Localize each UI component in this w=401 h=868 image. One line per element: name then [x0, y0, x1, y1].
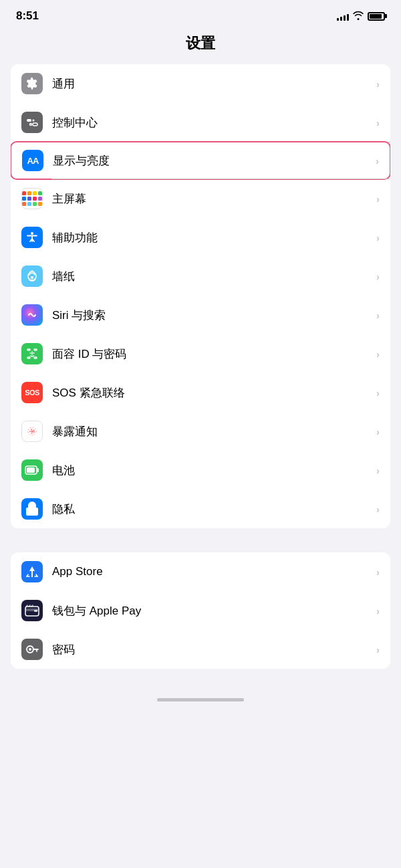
sos-label: SOS 紧急联络: [52, 385, 376, 401]
svg-point-2: [33, 120, 35, 122]
chevron-icon: ›: [376, 271, 380, 282]
chevron-icon: ›: [376, 78, 380, 90]
signal-bar-3: [344, 15, 346, 21]
display-label: 显示与亮度: [53, 153, 376, 169]
chevron-icon: ›: [376, 310, 380, 321]
appstore-label: App Store: [52, 565, 376, 578]
appstore-icon: [21, 561, 43, 582]
passwords-label: 密码: [52, 642, 376, 657]
section-system: 通用 › 控制中心 › AA 显示与亮度 ›: [11, 64, 390, 528]
battery-settings-icon: [21, 459, 43, 481]
signal-bar-4: [347, 14, 349, 21]
privacy-icon: [21, 498, 43, 520]
svg-rect-1: [33, 123, 37, 126]
home-screen-label: 主屏幕: [52, 191, 376, 207]
svg-point-3: [30, 124, 32, 126]
battery-label: 电池: [52, 463, 376, 478]
chevron-icon: ›: [376, 348, 380, 360]
svg-point-24: [29, 648, 31, 651]
settings-row-faceid[interactable]: 面容 ID 与密码 ›: [11, 334, 390, 373]
settings-row-battery[interactable]: 电池 ›: [11, 451, 390, 490]
key-icon: [21, 639, 43, 660]
page-title: 设置: [186, 35, 215, 51]
settings-row-general[interactable]: 通用 ›: [11, 64, 390, 103]
chevron-icon: ›: [376, 117, 380, 128]
settings-row-wallpaper[interactable]: 墙纸 ›: [11, 257, 390, 296]
faceid-icon: [21, 343, 43, 364]
svg-rect-9: [27, 357, 30, 358]
settings-row-siri[interactable]: Siri 与搜索 ›: [11, 296, 390, 334]
battery-fill: [370, 14, 382, 19]
settings-row-appstore[interactable]: App Store ›: [11, 552, 390, 591]
settings-row-home-screen[interactable]: 主屏幕 ›: [11, 179, 390, 218]
page-title-bar: 设置: [0, 28, 401, 64]
svg-point-11: [30, 352, 31, 354]
wallet-label: 钱包与 Apple Pay: [52, 603, 376, 619]
control-center-label: 控制中心: [52, 115, 376, 130]
home-indicator: [157, 698, 244, 701]
settings-row-privacy[interactable]: 隐私 ›: [11, 490, 390, 528]
svg-rect-0: [27, 119, 31, 122]
siri-icon: [21, 304, 43, 326]
settings-row-sos[interactable]: SOS SOS 紧急联络 ›: [11, 373, 390, 412]
accessibility-label: 辅助功能: [52, 230, 376, 245]
settings-row-control-center[interactable]: 控制中心 ›: [11, 103, 390, 142]
exposure-label: 暴露通知: [52, 424, 376, 439]
signal-icon: [337, 11, 349, 21]
display-icon: AA: [22, 150, 43, 171]
chevron-icon: ›: [376, 155, 379, 167]
svg-rect-22: [34, 610, 37, 612]
siri-label: Siri 与搜索: [52, 308, 376, 323]
homescreen-icon: [21, 188, 43, 209]
svg-rect-8: [34, 349, 37, 350]
chevron-icon: ›: [376, 605, 380, 617]
svg-rect-18: [37, 468, 39, 472]
settings-row-display[interactable]: AA 显示与亮度 ›: [11, 141, 390, 180]
wallpaper-icon: [21, 265, 43, 287]
accessibility-icon: [21, 227, 43, 248]
svg-point-16: [31, 431, 33, 433]
svg-rect-19: [27, 467, 35, 473]
signal-bar-2: [340, 17, 342, 21]
status-icons: [337, 11, 385, 22]
chevron-icon: ›: [376, 426, 380, 437]
chevron-icon: ›: [376, 387, 380, 399]
settings-row-accessibility[interactable]: 辅助功能 ›: [11, 218, 390, 257]
general-label: 通用: [52, 76, 376, 92]
chevron-icon: ›: [376, 644, 380, 655]
settings-row-wallet[interactable]: 钱包与 Apple Pay ›: [11, 591, 390, 630]
chevron-icon: ›: [376, 566, 380, 578]
wallet-icon: [21, 600, 43, 621]
chevron-icon: ›: [376, 504, 380, 515]
settings-row-exposure[interactable]: 暴露通知 ›: [11, 412, 390, 451]
svg-point-4: [31, 232, 33, 235]
wifi-icon: [353, 11, 364, 22]
battery-icon: [368, 12, 385, 21]
signal-bar-1: [337, 18, 339, 21]
chevron-icon: ›: [376, 193, 380, 205]
privacy-label: 隐私: [52, 502, 376, 517]
chevron-icon: ›: [376, 465, 380, 476]
wallpaper-label: 墙纸: [52, 269, 376, 284]
status-bar: 8:51: [0, 0, 401, 28]
svg-point-5: [31, 276, 33, 279]
sos-icon: SOS: [21, 382, 43, 403]
status-time: 8:51: [16, 9, 39, 23]
home-indicator-area: [0, 693, 401, 710]
exposure-icon: [21, 421, 43, 442]
svg-rect-10: [34, 357, 37, 358]
section-apps: App Store › 钱包与 Apple Pay › 密码: [11, 552, 390, 669]
settings-row-passwords[interactable]: 密码 ›: [11, 630, 390, 669]
gear-icon: [21, 73, 43, 94]
chevron-icon: ›: [376, 232, 380, 243]
svg-point-12: [33, 352, 35, 354]
svg-rect-7: [27, 349, 30, 350]
toggle-icon: [21, 112, 43, 133]
faceid-label: 面容 ID 与密码: [52, 346, 376, 362]
